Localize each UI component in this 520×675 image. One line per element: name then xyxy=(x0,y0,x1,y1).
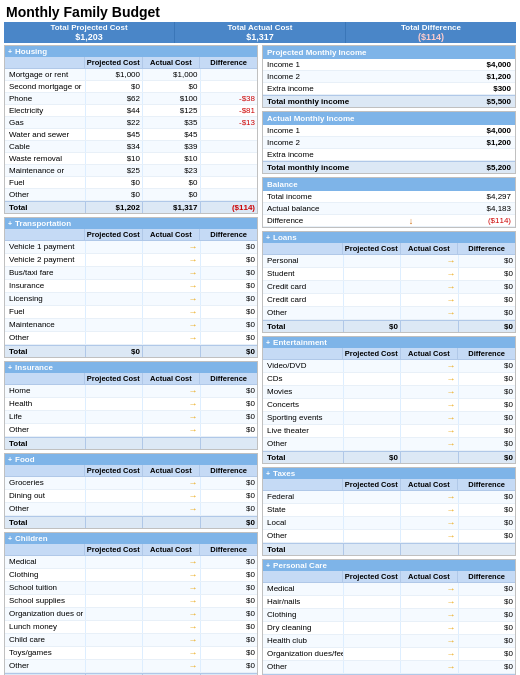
table-row: Fuel → $0 xyxy=(5,306,257,319)
arrow-icon: → xyxy=(447,492,456,502)
arrow-icon: → xyxy=(447,649,456,659)
table-row: Other → $0 xyxy=(263,661,515,674)
table-row: CDs → $0 xyxy=(263,373,515,386)
table-row: Federal → $0 xyxy=(263,491,515,504)
section-header-transportation[interactable]: +Transportation xyxy=(5,218,257,229)
section-header-food[interactable]: +Food xyxy=(5,454,257,465)
table-row: Other → $0 xyxy=(263,438,515,451)
total-row-food: Total $0 xyxy=(5,516,257,528)
table-row: Medical → $0 xyxy=(5,556,257,569)
col-headers: Projected Cost Actual Cost Difference xyxy=(5,544,257,556)
table-row: Second mortgage or $0 $0 xyxy=(5,81,257,93)
arrow-icon: → xyxy=(189,255,198,265)
table-row: Movies → $0 xyxy=(263,386,515,399)
table-row: Local → $0 xyxy=(263,517,515,530)
table-row: Credit card → $0 xyxy=(263,281,515,294)
balance-row: Difference ↓ ($114) xyxy=(263,215,515,227)
table-row: Toys/games → $0 xyxy=(5,647,257,660)
arrow-icon: → xyxy=(189,648,198,658)
income-header: Projected Monthly Income xyxy=(263,46,515,59)
section-header-housing[interactable]: +Housing xyxy=(5,46,257,57)
arrow-icon: → xyxy=(189,399,198,409)
section-food: +Food Projected Cost Actual Cost Differe… xyxy=(4,453,258,529)
expand-icon: + xyxy=(266,562,270,569)
table-row: Water and sewer $45 $45 xyxy=(5,129,257,141)
table-row: Mortgage or rent $1,000 $1,000 xyxy=(5,69,257,81)
section-header-taxes[interactable]: +Taxes xyxy=(263,468,515,479)
table-row: Gas $22 $35 -$13 xyxy=(5,117,257,129)
table-row: Other → $0 xyxy=(263,307,515,320)
section-header-children[interactable]: +Children xyxy=(5,533,257,544)
arrow-icon: → xyxy=(189,583,198,593)
table-row: Hair/nails → $0 xyxy=(263,596,515,609)
income-total-row: Total monthly income $5,500 xyxy=(263,95,515,107)
table-row: Dining out → $0 xyxy=(5,490,257,503)
arrow-icon: → xyxy=(447,374,456,384)
table-row: Other → $0 xyxy=(5,332,257,345)
col-headers: Projected Cost Actual Cost Difference xyxy=(263,479,515,491)
table-row: Home → $0 xyxy=(5,385,257,398)
section-header-insurance[interactable]: +Insurance xyxy=(5,362,257,373)
arrow-icon: → xyxy=(447,610,456,620)
table-row: Student → $0 xyxy=(263,268,515,281)
arrow-icon: → xyxy=(189,596,198,606)
table-row: Maintenance or $25 $23 xyxy=(5,165,257,177)
table-row: Health club → $0 xyxy=(263,635,515,648)
arrow-icon: → xyxy=(447,636,456,646)
table-row: Phone $62 $100 -$38 xyxy=(5,93,257,105)
table-row: Organization dues/fees → $0 xyxy=(263,648,515,661)
income-row: Income 2 $1,200 xyxy=(263,71,515,83)
section-entertainment: +Entertainment Projected Cost Actual Cos… xyxy=(262,336,516,464)
arrow-icon: → xyxy=(447,662,456,672)
table-row: Child care → $0 xyxy=(5,634,257,647)
arrow-icon: → xyxy=(189,281,198,291)
table-row: Clothing → $0 xyxy=(5,569,257,582)
arrow-icon: → xyxy=(447,282,456,292)
arrow-icon: → xyxy=(447,426,456,436)
total-row-entertainment: Total $0 $0 xyxy=(263,451,515,463)
balance-header: Balance xyxy=(263,178,515,191)
arrow-icon: → xyxy=(447,256,456,266)
table-row: Other → $0 xyxy=(5,424,257,437)
balance-row: Actual balance $4,183 xyxy=(263,203,515,215)
table-row: Live theater → $0 xyxy=(263,425,515,438)
col-headers: Projected Cost Actual Cost Difference xyxy=(5,229,257,241)
col-headers: Projected Cost Actual Cost Difference xyxy=(5,373,257,385)
expand-icon: + xyxy=(266,339,270,346)
table-row: School tuition → $0 xyxy=(5,582,257,595)
expand-icon: + xyxy=(266,470,270,477)
expand-icon: + xyxy=(266,234,270,241)
table-row: Lunch money → $0 xyxy=(5,621,257,634)
balance-section: Balance Total income $4,297 Actual balan… xyxy=(262,177,516,228)
right-column: Projected Monthly Income Income 1 $4,000… xyxy=(262,45,516,675)
arrow-icon: → xyxy=(189,570,198,580)
arrow-icon: → xyxy=(189,425,198,435)
expand-icon: + xyxy=(8,535,12,542)
table-row: Sporting events → $0 xyxy=(263,412,515,425)
summary-bar: Total Projected Cost $1,203 Total Actual… xyxy=(4,22,516,43)
table-row: Health → $0 xyxy=(5,398,257,411)
arrow-icon: → xyxy=(189,622,198,632)
section-header-personal-care[interactable]: +Personal Care xyxy=(263,560,515,571)
arrow-icon: → xyxy=(447,295,456,305)
section-header-entertainment[interactable]: +Entertainment xyxy=(263,337,515,348)
arrow-icon: → xyxy=(447,518,456,528)
arrow-icon: → xyxy=(189,504,198,514)
income-row: Extra income xyxy=(263,149,515,161)
arrow-icon: → xyxy=(447,531,456,541)
table-row: Cable $34 $39 xyxy=(5,141,257,153)
section-loans: +Loans Projected Cost Actual Cost Differ… xyxy=(262,231,516,333)
section-personal-care: +Personal Care Projected Cost Actual Cos… xyxy=(262,559,516,675)
section-header-loans[interactable]: +Loans xyxy=(263,232,515,243)
table-row: State → $0 xyxy=(263,504,515,517)
col-headers: Projected Cost Actual Cost Difference xyxy=(263,348,515,360)
income-row: Income 1 $4,000 xyxy=(263,59,515,71)
expand-icon: + xyxy=(8,456,12,463)
section-children: +Children Projected Cost Actual Cost Dif… xyxy=(4,532,258,675)
arrow-icon: → xyxy=(189,268,198,278)
arrow-icon: → xyxy=(447,387,456,397)
table-row: School supplies → $0 xyxy=(5,595,257,608)
total-row-transportation: Total $0 $0 xyxy=(5,345,257,357)
arrow-icon: → xyxy=(447,413,456,423)
col-headers: Projected Cost Actual Cost Difference xyxy=(5,57,257,69)
